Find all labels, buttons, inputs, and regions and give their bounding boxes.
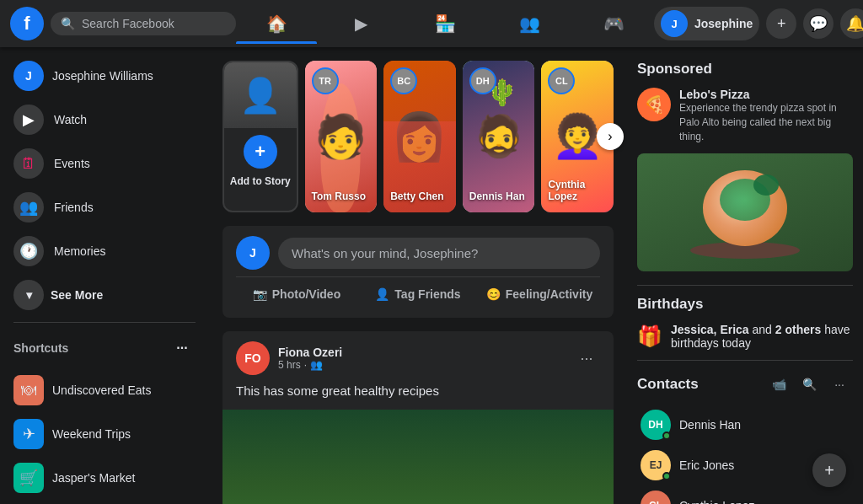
story-label-tom: Tom Russo bbox=[312, 190, 371, 202]
top-navigation: f 🔍 🏠 ▶ 🏪 👥 🎮 J Josephine + 💬 bbox=[0, 0, 863, 47]
sidebar-item-watch[interactable]: ▶ Watch bbox=[7, 98, 202, 142]
feed-post-fiona: FO Fiona Ozeri 5 hrs · 👥 ··· This has so… bbox=[222, 331, 614, 504]
birthday-text: Jessica, Erica and 2 others have birthda… bbox=[671, 323, 853, 350]
notifications-btn[interactable]: 🔔 bbox=[840, 8, 863, 39]
messenger-btn[interactable]: 💬 bbox=[803, 8, 834, 39]
stories-next-btn[interactable]: › bbox=[597, 123, 624, 150]
contact-avatar-eric: EJ bbox=[641, 450, 671, 480]
fab-icon: + bbox=[824, 461, 834, 480]
birthday-icon: 🎁 bbox=[637, 324, 662, 348]
feed-post-avatar-fiona: FO bbox=[236, 341, 270, 375]
sidebar-user-item[interactable]: J Josephine Williams bbox=[7, 54, 202, 98]
sponsor-image[interactable] bbox=[637, 153, 853, 271]
sponsor-name: Lebo's Pizza bbox=[679, 88, 853, 101]
nav-watch-btn[interactable]: ▶ bbox=[320, 3, 401, 44]
shortcut-item-red-table[interactable]: 🎙 Red Table Talk Group bbox=[7, 500, 202, 504]
photo-icon: 📷 bbox=[253, 287, 267, 301]
events-sidebar-icon: 🗓 bbox=[13, 148, 44, 179]
nav-friends-btn[interactable]: 👥 bbox=[489, 3, 570, 44]
story-avatar-betty: BC bbox=[390, 67, 417, 94]
add-story-label: Add to Story bbox=[230, 175, 291, 187]
feeling-icon: 😊 bbox=[486, 287, 501, 301]
contact-avatar-cynthia: CL bbox=[641, 491, 671, 504]
main-feed: 👤 + Add to Story 🧑 TR Tom Russo bbox=[209, 47, 627, 504]
photo-video-label: Photo/Video bbox=[272, 287, 340, 301]
story-label-dennis: Dennis Han bbox=[469, 190, 528, 202]
add-story-circle-icon: + bbox=[244, 135, 277, 169]
create-post-top: J What's on your mind, Josephine? bbox=[236, 236, 600, 270]
tag-icon: 👤 bbox=[375, 287, 389, 301]
facebook-logo[interactable]: f bbox=[10, 7, 44, 40]
left-sidebar: J Josephine Williams ▶ Watch 🗓 Events 👥 … bbox=[0, 47, 209, 504]
privacy-icon: 👥 bbox=[310, 359, 323, 371]
video-call-btn[interactable]: 📹 bbox=[765, 371, 792, 398]
user-avatar-nav: J bbox=[661, 10, 688, 37]
birthday-row: 🎁 Jessica, Erica and 2 others have birth… bbox=[637, 323, 853, 350]
shortcut-item-undiscovered-eats[interactable]: 🍽 Undiscovered Eats bbox=[7, 368, 202, 412]
user-avatar-sidebar: J bbox=[13, 61, 44, 91]
see-more-nav-label: See More bbox=[51, 288, 103, 302]
sidebar-item-memories-label: Memories bbox=[54, 244, 105, 258]
user-menu-btn[interactable]: J Josephine bbox=[654, 7, 759, 40]
search-bar[interactable]: 🔍 bbox=[51, 12, 236, 35]
tag-friends-btn[interactable]: 👤 Tag Friends bbox=[357, 281, 479, 308]
bell-icon: 🔔 bbox=[846, 14, 863, 33]
sponsored-title: Sponsored bbox=[637, 61, 853, 78]
create-post-input[interactable]: What's on your mind, Josephine? bbox=[278, 238, 600, 269]
contact-dennis-han[interactable]: DH Dennis Han bbox=[637, 405, 853, 445]
birthdays-title: Birthdays bbox=[637, 296, 853, 313]
nav-home-btn[interactable]: 🏠 bbox=[236, 3, 317, 44]
sidebar-item-events-label: Events bbox=[54, 157, 90, 170]
shortcut-item-jaspers-market[interactable]: 🛒 Jasper's Market bbox=[7, 456, 202, 500]
nav-marketplace-btn[interactable]: 🏪 bbox=[405, 3, 485, 44]
story-label-cynthia: Cynthia Lopez bbox=[548, 179, 607, 202]
sponsored-card: 🍕 Lebo's Pizza Experience the trendy piz… bbox=[637, 88, 853, 143]
story-label-betty: Betty Chen bbox=[390, 190, 449, 202]
contacts-title: Contacts bbox=[637, 376, 699, 393]
contact-name-cynthia: Cynthia Lopez bbox=[679, 499, 755, 504]
contacts-more-btn[interactable]: ··· bbox=[826, 371, 853, 398]
shortcuts-more-btn[interactable]: ··· bbox=[169, 335, 196, 362]
search-input[interactable] bbox=[82, 17, 226, 30]
fab-btn[interactable]: + bbox=[812, 453, 846, 487]
sidebar-item-memories[interactable]: 🕐 Memories bbox=[7, 229, 202, 273]
nav-center: 🏠 ▶ 🏪 👥 🎮 bbox=[236, 3, 654, 44]
search-contacts-btn[interactable]: 🔍 bbox=[796, 371, 823, 398]
shortcut-icon-undiscovered: 🍽 bbox=[13, 375, 44, 405]
feed-post-text: This has some great healthy recipes bbox=[222, 382, 614, 410]
feed-post-meta: Fiona Ozeri 5 hrs · 👥 bbox=[278, 346, 342, 371]
feed-post-author: Fiona Ozeri bbox=[278, 346, 342, 359]
shortcuts-header: Shortcuts ··· bbox=[7, 328, 202, 368]
story-card-tom[interactable]: 🧑 TR Tom Russo bbox=[305, 61, 378, 212]
feed-post-more-btn[interactable]: ··· bbox=[573, 345, 600, 372]
contacts-header: Contacts 📹 🔍 ··· bbox=[637, 371, 853, 398]
photo-video-btn[interactable]: 📷 Photo/Video bbox=[236, 281, 357, 308]
add-story-card[interactable]: 👤 + Add to Story bbox=[222, 61, 298, 212]
watch-sidebar-icon: ▶ bbox=[13, 105, 44, 135]
feeling-activity-btn[interactable]: 😊 Feeling/Activity bbox=[479, 281, 600, 308]
search-icon: 🔍 bbox=[61, 17, 75, 30]
create-post-avatar: J bbox=[236, 236, 270, 270]
create-post-card: J What's on your mind, Josephine? 📷 Phot… bbox=[222, 226, 614, 318]
sidebar-item-friends[interactable]: 👥 Friends bbox=[7, 185, 202, 229]
add-icon: + bbox=[777, 15, 786, 33]
friends-nav-icon: 👥 bbox=[519, 13, 540, 34]
feed-post-header: FO Fiona Ozeri 5 hrs · 👥 ··· bbox=[222, 331, 614, 382]
contact-name-dennis: Dennis Han bbox=[679, 418, 741, 432]
see-more-nav-btn[interactable]: ▾ See More bbox=[7, 273, 202, 317]
sidebar-item-events[interactable]: 🗓 Events bbox=[7, 142, 202, 185]
shortcut-icon-jasper: 🛒 bbox=[13, 463, 44, 493]
story-card-dennis[interactable]: 🧔 🌵 DH Dennis Han bbox=[463, 61, 535, 212]
shortcut-item-weekend-trips[interactable]: ✈ Weekend Trips bbox=[7, 412, 202, 456]
sponsor-icon: 🍕 bbox=[637, 88, 671, 121]
see-more-icon: ▾ bbox=[13, 280, 44, 310]
sidebar-user-name: Josephine Williams bbox=[52, 69, 153, 83]
memories-sidebar-icon: 🕐 bbox=[13, 236, 44, 266]
shortcut-label-jasper: Jasper's Market bbox=[52, 471, 135, 485]
nav-gaming-btn[interactable]: 🎮 bbox=[573, 3, 654, 44]
feed-post-image bbox=[222, 410, 614, 504]
add-btn[interactable]: + bbox=[766, 8, 796, 39]
contact-cynthia-lopez[interactable]: CL Cynthia Lopez bbox=[637, 485, 853, 504]
story-card-betty[interactable]: 👩 BC Betty Chen bbox=[383, 61, 456, 212]
story-avatar-tom: TR bbox=[312, 67, 339, 94]
